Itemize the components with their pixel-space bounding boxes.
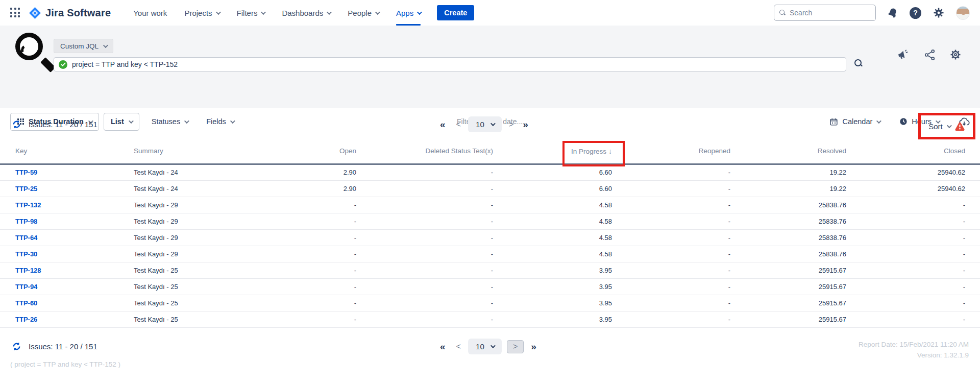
table-row[interactable]: TTP-132 Test Kaydı - 29 - - 4.58 - 25838… <box>0 197 980 213</box>
in-progress-cell: 6.60 <box>493 164 612 180</box>
column-header-key[interactable]: Key <box>0 145 134 164</box>
query-section: Custom JQL project = TTP and key < TTP-1… <box>0 26 980 108</box>
issue-key-link[interactable]: TTP-94 <box>15 283 37 291</box>
last-page-button[interactable]: » <box>531 341 536 352</box>
query-mode-dropdown[interactable]: Custom JQL <box>54 39 113 53</box>
previous-page-button[interactable]: < <box>456 120 461 129</box>
refresh-icon[interactable] <box>11 341 22 352</box>
table-row[interactable]: TTP-59 Test Kaydı - 24 2.90 - 6.60 - 19.… <box>0 164 980 180</box>
nav-item-people[interactable]: People <box>348 0 379 26</box>
help-icon[interactable]: ? <box>910 7 921 19</box>
nav-item-label: Filters <box>237 9 258 17</box>
issue-key-link[interactable]: TTP-26 <box>15 316 37 323</box>
report-settings-gear-icon[interactable] <box>949 49 962 61</box>
issue-summary: Test Kaydı - 25 <box>134 311 281 327</box>
next-page-button[interactable]: > <box>509 120 513 129</box>
user-avatar[interactable] <box>956 6 970 20</box>
previous-page-button[interactable]: < <box>456 342 461 351</box>
nav-item-your-work[interactable]: Your work <box>133 0 167 26</box>
closed-cell: 25940.62 <box>846 180 980 197</box>
table-row[interactable]: TTP-128 Test Kaydı - 25 - - 3.95 - 25915… <box>0 262 980 278</box>
nav-item-projects[interactable]: Projects <box>184 0 219 26</box>
view-dropdown[interactable]: List <box>104 113 139 131</box>
app-switcher-icon[interactable] <box>10 8 20 18</box>
top-navigation-bar: Jira Software Your workProjectsFiltersDa… <box>0 0 980 26</box>
statuses-label: Statuses <box>152 117 180 126</box>
issue-key-link[interactable]: TTP-60 <box>15 299 37 307</box>
issue-key-link[interactable]: TTP-30 <box>15 250 37 258</box>
global-search[interactable] <box>774 5 876 21</box>
issues-table-body: TTP-59 Test Kaydı - 24 2.90 - 6.60 - 19.… <box>0 164 980 327</box>
notifications-bell-icon[interactable] <box>887 7 898 19</box>
table-row[interactable]: TTP-60 Test Kaydı - 25 - - 3.95 - 25915.… <box>0 295 980 311</box>
issue-summary: Test Kaydı - 29 <box>134 246 281 262</box>
issue-summary: Test Kaydı - 29 <box>134 197 281 213</box>
announcement-megaphone-icon[interactable] <box>897 49 910 61</box>
open-duration-cell: - <box>281 278 356 295</box>
nav-item-dashboards[interactable]: Dashboards <box>282 0 330 26</box>
last-page-button[interactable]: » <box>523 119 528 130</box>
brand-name: Jira Software <box>45 7 111 19</box>
issue-key-link[interactable]: TTP-132 <box>15 201 41 209</box>
fields-dropdown[interactable]: Fields <box>206 117 234 126</box>
sort-warning-icon[interactable] <box>954 122 965 131</box>
refresh-icon[interactable] <box>11 119 22 130</box>
table-row[interactable]: TTP-98 Test Kaydı - 29 - - 4.58 - 25838.… <box>0 213 980 229</box>
first-page-button[interactable]: « <box>440 341 445 352</box>
next-page-button[interactable]: > <box>507 340 524 353</box>
deleted-status-cell: - <box>356 246 493 262</box>
open-duration-cell: - <box>281 229 356 246</box>
page-size-value: 10 <box>476 342 484 351</box>
calendar-dropdown[interactable]: Calendar <box>829 117 880 126</box>
issue-summary: Test Kaydı - 29 <box>134 229 281 246</box>
topnav-right-cluster: ? <box>774 5 970 21</box>
chevron-down-icon <box>491 121 496 126</box>
column-header-deleted-status-test[interactable]: Deleted Status Test(x) <box>356 145 493 164</box>
closed-cell: - <box>846 229 980 246</box>
sort-dropdown[interactable]: Sort <box>928 122 943 131</box>
report-date: Report Date: 15/Feb/2021 11:20 AM <box>859 339 969 350</box>
first-page-button[interactable]: « <box>440 119 445 130</box>
column-header-closed[interactable]: Closed <box>846 145 980 164</box>
issue-key-link[interactable]: TTP-64 <box>15 234 37 242</box>
column-header-open[interactable]: Open <box>281 145 356 164</box>
reopened-cell: - <box>612 164 730 180</box>
issue-key-link[interactable]: TTP-25 <box>15 185 37 193</box>
closed-cell: - <box>846 278 980 295</box>
page-size-select[interactable]: 10 <box>468 339 502 354</box>
column-header-summary[interactable]: Summary <box>134 145 281 164</box>
table-row[interactable]: TTP-64 Test Kaydı - 29 - - 4.58 - 25838.… <box>0 229 980 246</box>
nav-item-filters[interactable]: Filters <box>237 0 265 26</box>
global-search-input[interactable] <box>790 9 866 17</box>
jql-input[interactable]: project = TTP and key < TTP-152 <box>54 57 846 71</box>
issue-key-link[interactable]: TTP-98 <box>15 218 37 225</box>
issue-key-link[interactable]: TTP-59 <box>15 169 37 176</box>
table-row[interactable]: TTP-25 Test Kaydı - 24 2.90 - 6.60 - 19.… <box>0 180 980 197</box>
jira-logo[interactable]: Jira Software <box>29 7 111 19</box>
issues-count-bottom: Issues: 11 - 20 / 151 <box>11 341 97 352</box>
table-row[interactable]: TTP-30 Test Kaydı - 29 - - 4.58 - 25838.… <box>0 246 980 262</box>
resolved-cell: 25915.67 <box>730 295 846 311</box>
statuses-dropdown[interactable]: Statuses <box>152 117 188 126</box>
issue-key-link[interactable]: TTP-128 <box>15 267 41 274</box>
settings-gear-icon[interactable] <box>933 7 945 19</box>
create-button[interactable]: Create <box>437 5 474 20</box>
table-row[interactable]: TTP-26 Test Kaydı - 25 - - 3.95 - 25915.… <box>0 311 980 327</box>
table-row[interactable]: TTP-94 Test Kaydı - 25 - - 3.95 - 25915.… <box>0 278 980 295</box>
column-header-reopened[interactable]: Reopened <box>612 145 730 164</box>
issues-count-top: Issues: 11 - 20 / 151 <box>11 119 97 130</box>
nav-item-apps[interactable]: Apps <box>396 0 421 26</box>
column-header-resolved[interactable]: Resolved <box>730 145 846 164</box>
page-size-select[interactable]: 10 <box>468 116 502 132</box>
search-icon <box>779 10 786 16</box>
resolved-cell: 25915.67 <box>730 278 846 295</box>
reopened-cell: - <box>612 311 730 327</box>
chevron-down-icon <box>184 118 189 124</box>
share-icon[interactable] <box>924 49 936 61</box>
issue-summary: Test Kaydı - 29 <box>134 213 281 229</box>
resolved-cell: 19.22 <box>730 180 846 197</box>
open-duration-cell: - <box>281 311 356 327</box>
column-header-in-progress[interactable]: In Progress↓ <box>493 145 612 164</box>
in-progress-cell: 4.58 <box>493 213 612 229</box>
nav-item-label: Dashboards <box>282 9 323 17</box>
